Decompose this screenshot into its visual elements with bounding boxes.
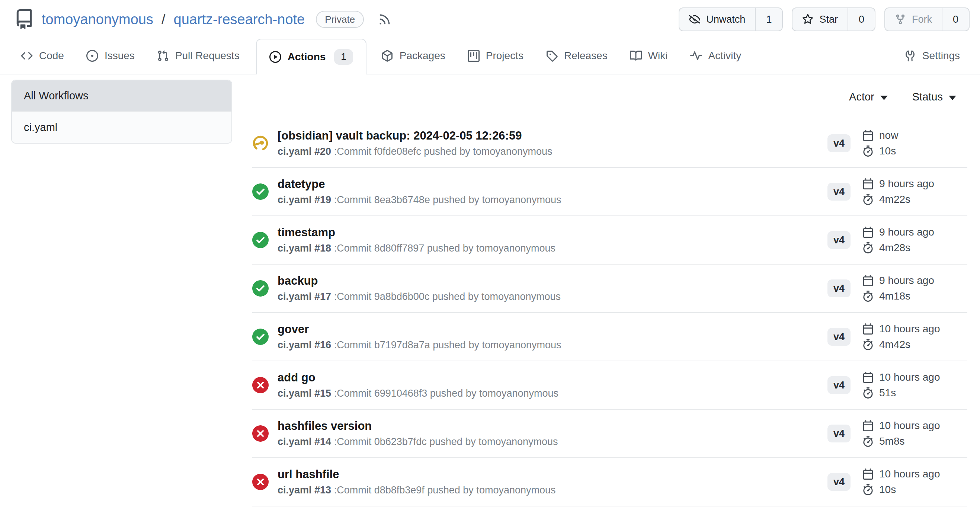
repo-nav: Code Issues Pull Requests Actions 1 Pack… — [0, 37, 980, 75]
tab-settings[interactable]: Settings — [898, 37, 966, 75]
run-duration: 51s — [879, 387, 896, 399]
tab-wiki[interactable]: Wiki — [624, 37, 674, 75]
run-subtitle: ci.yaml #15 :Commit 69910468f3 pushed by… — [278, 388, 827, 399]
chevron-down-icon — [880, 95, 888, 100]
run-duration: 4m18s — [879, 290, 910, 302]
actor-filter-dropdown[interactable]: Actor — [849, 91, 888, 103]
calendar-icon — [862, 178, 873, 189]
workflow-runs-main: Actor Status [obsidian] vault backup: 20… — [252, 79, 967, 515]
stopwatch-icon — [862, 387, 873, 399]
run-filters: Actor Status — [252, 79, 967, 103]
run-time: 10 hours ago — [879, 468, 940, 480]
sidebar-item-ci-yaml[interactable]: ci.yaml — [12, 111, 231, 143]
run-duration: 10s — [879, 145, 896, 157]
run-title-link[interactable]: hashfiles version — [278, 420, 827, 433]
runner-version-badge: v4 — [827, 424, 851, 442]
stopwatch-icon — [862, 339, 873, 350]
star-label: Star — [819, 14, 838, 25]
fork-button[interactable]: Fork 0 — [885, 8, 970, 31]
chevron-down-icon — [949, 95, 956, 100]
calendar-icon — [862, 275, 873, 286]
unwatch-label: Unwatch — [706, 14, 745, 25]
tab-releases[interactable]: Releases — [540, 37, 614, 75]
run-subtitle: ci.yaml #18 :Commit 8d80ff7897 pushed by… — [278, 243, 827, 254]
run-title-link[interactable]: datetype — [278, 178, 827, 191]
tab-pull-requests[interactable]: Pull Requests — [151, 37, 245, 75]
tab-packages[interactable]: Packages — [375, 37, 451, 75]
repo-icon — [14, 9, 34, 29]
eye-closed-icon — [689, 14, 700, 25]
tab-issues[interactable]: Issues — [80, 37, 141, 75]
tab-code[interactable]: Code — [15, 37, 70, 75]
tab-projects[interactable]: Projects — [462, 37, 530, 75]
repo-name-link[interactable]: quartz-research-note — [174, 11, 305, 27]
run-time: 9 hours ago — [879, 226, 934, 238]
star-icon — [802, 14, 813, 25]
run-title-link[interactable]: add go — [278, 371, 827, 385]
workflow-run-row: gover ci.yaml #16 :Commit b7197d8a7a pus… — [252, 313, 967, 361]
workflow-run-row: datetype ci.yaml #19 :Commit 8ea3b6748e … — [252, 168, 967, 216]
workflow-runs-list: [obsidian] vault backup: 2024-02-05 12:2… — [252, 119, 967, 515]
run-time: now — [879, 129, 898, 141]
run-failure-icon — [252, 425, 269, 442]
run-subtitle: ci.yaml #14 :Commit 0b623b7fdc pushed by… — [278, 436, 827, 448]
code-icon — [21, 50, 33, 62]
run-subtitle: ci.yaml #17 :Commit 9a8bd6b00c pushed by… — [278, 291, 827, 302]
workflow-run-row: backup ci.yaml #17 :Commit 9a8bd6b00c pu… — [252, 265, 967, 313]
sidebar-item-all-workflows[interactable]: All Workflows — [12, 80, 231, 111]
repo-header: tomoyanonymous / quartz-research-note Pr… — [0, 0, 980, 37]
workflow-run-row: [obsidian] vault backup: 2024-02-05 12:2… — [252, 119, 967, 168]
tab-activity[interactable]: Activity — [684, 37, 748, 75]
run-duration: 4m28s — [879, 242, 910, 254]
run-title-link[interactable]: timestamp — [278, 226, 827, 239]
run-failure-icon — [252, 474, 269, 490]
run-meta: v4 9 hours ago 4m22s — [827, 178, 966, 205]
watch-count[interactable]: 1 — [755, 8, 782, 30]
star-count[interactable]: 0 — [848, 8, 875, 30]
unwatch-button[interactable]: Unwatch 1 — [679, 8, 783, 31]
runner-version-badge: v4 — [827, 280, 851, 297]
tab-actions[interactable]: Actions 1 — [256, 39, 366, 75]
run-title-link[interactable]: url hashfile — [278, 468, 827, 481]
play-icon — [269, 51, 281, 63]
stopwatch-icon — [862, 146, 873, 157]
package-icon — [381, 50, 393, 62]
status-filter-dropdown[interactable]: Status — [912, 91, 956, 103]
run-subtitle: ci.yaml #16 :Commit b7197d8a7a pushed by… — [278, 339, 827, 351]
rss-icon — [378, 13, 391, 26]
run-meta: v4 10 hours ago 4m42s — [827, 323, 966, 351]
run-success-icon — [252, 329, 269, 345]
calendar-icon — [862, 227, 873, 238]
calendar-icon — [862, 323, 873, 335]
fork-label: Fork — [912, 14, 932, 25]
fork-count[interactable]: 0 — [942, 8, 969, 30]
workflow-run-row: hashfiles version ci.yaml #14 :Commit 0b… — [252, 410, 967, 458]
actions-content: All Workflows ci.yaml Actor Status — [0, 75, 980, 515]
run-title-link[interactable]: [obsidian] vault backup: 2024-02-05 12:2… — [278, 129, 827, 143]
rss-feed-button[interactable] — [378, 13, 391, 26]
runner-version-badge: v4 — [827, 231, 851, 249]
book-icon — [630, 50, 642, 62]
run-time: 10 hours ago — [879, 371, 940, 383]
repo-header-actions: Unwatch 1 Star 0 Fork 0 — [679, 8, 970, 31]
star-button[interactable]: Star 0 — [792, 8, 875, 31]
workflow-run-row: url hashfile ci.yaml #13 :Commit d8b8fb3… — [252, 458, 967, 506]
stopwatch-icon — [862, 242, 873, 253]
run-title-link[interactable]: backup — [278, 274, 827, 288]
run-title-link[interactable]: gover — [278, 323, 827, 336]
visibility-badge: Private — [316, 11, 364, 28]
run-meta: v4 10 hours ago 51s — [827, 371, 966, 399]
workflows-sidebar: All Workflows ci.yaml — [11, 79, 232, 144]
repo-owner-link[interactable]: tomoyanonymous — [42, 11, 153, 27]
run-meta: v4 9 hours ago 4m28s — [827, 226, 966, 254]
workflow-run-row: timestamp ci.yaml #18 :Commit 8d80ff7897… — [252, 216, 967, 265]
stopwatch-icon — [862, 291, 873, 302]
run-in-progress-icon — [252, 135, 269, 151]
run-subtitle: ci.yaml #20 :Commit f0fde08efc pushed by… — [278, 146, 827, 157]
git-pull-request-icon — [157, 50, 169, 62]
run-meta: v4 10 hours ago 5m8s — [827, 420, 966, 447]
runner-version-badge: v4 — [827, 473, 851, 491]
run-success-icon — [252, 183, 269, 200]
stopwatch-icon — [862, 484, 873, 495]
run-time: 9 hours ago — [879, 178, 934, 190]
